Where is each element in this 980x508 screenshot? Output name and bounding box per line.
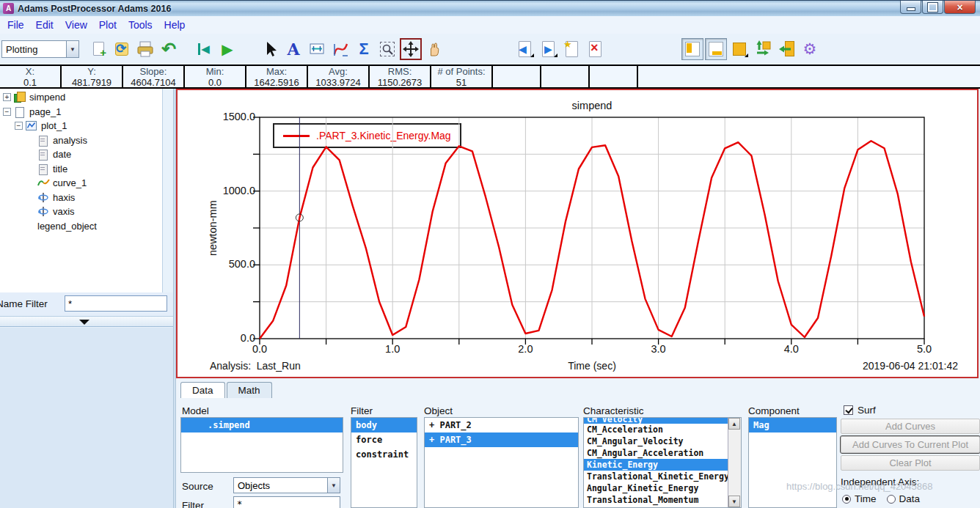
menu-edit[interactable]: Edit: [30, 18, 59, 32]
scroll-down-icon[interactable]: ▼: [728, 496, 740, 507]
statistics-sigma-icon[interactable]: Σ: [353, 38, 375, 60]
page-next-icon[interactable]: ▶: [538, 38, 560, 60]
list-item[interactable]: Mag: [749, 418, 836, 432]
radio-option-data[interactable]: Data: [887, 493, 921, 504]
radio-option-time[interactable]: Time: [842, 493, 877, 504]
collapse-icon[interactable]: −: [15, 122, 23, 130]
page-new-icon[interactable]: ★: [561, 38, 583, 60]
tree-item-curve_1[interactable]: curve_1: [0, 176, 163, 191]
stat-cell-slope: Slope:4604.7104: [123, 66, 185, 87]
tree-item-legend_object[interactable]: legend_object: [0, 219, 163, 234]
print-icon[interactable]: [134, 38, 156, 60]
menu-plot[interactable]: Plot: [93, 18, 122, 32]
source-dropdown[interactable]: Objects ▼: [233, 477, 340, 493]
collapse-icon[interactable]: −: [3, 108, 11, 116]
tree-item-label: curve_1: [53, 177, 87, 188]
plot-icon: [26, 120, 38, 131]
stat-value: 1033.9724: [308, 77, 368, 88]
expand-icon[interactable]: +: [3, 93, 11, 101]
toolbar-gap: [239, 49, 258, 50]
list-item[interactable]: Angular_Kinetic_Energy: [584, 482, 728, 494]
tree-scrollbar[interactable]: [162, 89, 173, 292]
surf-checkbox-row[interactable]: Surf: [844, 405, 876, 416]
list-item[interactable]: .simpend: [181, 418, 343, 432]
plot-limits-icon[interactable]: [306, 38, 328, 60]
add-curves-to-current-plot-button[interactable]: Add Curves To Current Plot: [841, 436, 980, 453]
radio-label: Time: [855, 493, 877, 504]
pan-hand-icon[interactable]: [423, 38, 445, 60]
clear-plot-button[interactable]: Clear Plot: [841, 455, 980, 471]
reload-icon[interactable]: ⟳: [111, 38, 133, 60]
menu-view[interactable]: View: [59, 18, 93, 32]
return-view-icon[interactable]: [775, 38, 797, 60]
radio-data[interactable]: [887, 495, 896, 504]
list-item[interactable]: Translational_Momentum: [584, 494, 728, 506]
mode-selector[interactable]: Plotting ▼: [1, 40, 79, 58]
page-delete-icon[interactable]: ×: [585, 38, 607, 60]
menu-tools[interactable]: Tools: [122, 18, 158, 32]
tree-item-label: plot_1: [41, 120, 67, 131]
select-cursor-icon[interactable]: [259, 38, 281, 60]
layout-full-icon[interactable]: [728, 38, 750, 60]
text-tool-icon[interactable]: A: [282, 38, 304, 60]
chevron-down-icon[interactable]: ▼: [327, 478, 340, 493]
list-item[interactable]: constraint: [351, 447, 417, 462]
layout-left-icon[interactable]: [681, 38, 703, 60]
page-prev-icon[interactable]: ◀: [514, 38, 536, 60]
chart-canvas[interactable]: [260, 117, 924, 339]
list-item[interactable]: body: [351, 418, 417, 432]
tree-item-plot_1[interactable]: −plot_1: [0, 119, 163, 133]
stat-label: # of Points:: [431, 66, 491, 77]
zoom-area-icon[interactable]: [376, 38, 398, 60]
surf-checkbox[interactable]: [844, 405, 853, 415]
tree-item-haxis[interactable]: haxis: [0, 191, 163, 205]
list-item[interactable]: + PART_3: [425, 432, 578, 447]
x-tick-label: 3.0: [640, 343, 677, 355]
scroll-up-icon[interactable]: ▲: [728, 418, 740, 430]
stat-cell-ofpoints: # of Points:51: [431, 66, 493, 87]
tab-math[interactable]: Math: [227, 382, 272, 398]
add-curves-button[interactable]: Add Curves: [841, 419, 980, 434]
tree-item-page_1[interactable]: −page_1: [0, 105, 163, 119]
tree-item-date[interactable]: date: [0, 147, 163, 162]
collapse-handle[interactable]: [0, 316, 173, 327]
name-filter-input[interactable]: [65, 295, 167, 312]
animation-start-icon[interactable]: ◀: [193, 38, 215, 60]
characteristic-scrollbar[interactable]: ▲ ▼: [728, 418, 741, 507]
layout-bottom-icon[interactable]: [705, 38, 727, 60]
settings-gear-icon[interactable]: ⚙: [799, 38, 821, 60]
window-titlebar[interactable]: A Adams PostProcessor Adams 2016 ×: [0, 0, 980, 16]
tree-item-vaxis[interactable]: vaxis: [0, 205, 163, 219]
filter-field-input[interactable]: [233, 496, 340, 508]
swap-view-icon[interactable]: [752, 38, 774, 60]
list-item[interactable]: CM_Velocity: [584, 418, 728, 424]
list-item[interactable]: Translational_Kinetic_Energy: [584, 471, 728, 482]
restore-button[interactable]: [922, 1, 943, 14]
list-item[interactable]: force: [351, 432, 417, 447]
list-item[interactable]: CM_Acceleration: [584, 424, 728, 435]
undo-icon[interactable]: ↶: [158, 38, 180, 60]
list-item[interactable]: Kinetic_Energy: [584, 459, 728, 471]
play-icon[interactable]: ▶: [216, 38, 238, 60]
dynamic-resize-icon[interactable]: [400, 38, 422, 60]
y-tick-label: 500.0: [198, 258, 255, 270]
independent-axis-radios: TimeData: [842, 493, 930, 504]
filter-listbox: bodyforceconstraint: [351, 417, 417, 508]
list-item[interactable]: CM_Angular_Velocity: [584, 435, 728, 447]
close-button[interactable]: ×: [944, 1, 976, 14]
curve-edit-icon[interactable]: [329, 38, 351, 60]
radio-label: Data: [899, 493, 921, 504]
tree-item-title[interactable]: title: [0, 162, 163, 177]
minimize-button[interactable]: [900, 1, 921, 14]
menu-file[interactable]: File: [1, 18, 30, 32]
radio-time[interactable]: [842, 495, 851, 504]
list-item[interactable]: CM_Angular_Acceleration: [584, 447, 728, 459]
chevron-down-icon[interactable]: ▼: [66, 41, 78, 57]
tree-item-simpend[interactable]: +simpend: [0, 90, 163, 105]
characteristic-listbox: CM_VelocityCM_AccelerationCM_Angular_Vel…: [583, 417, 742, 508]
list-item[interactable]: + PART_2: [425, 418, 578, 432]
tree-item-analysis[interactable]: analysis: [0, 133, 163, 148]
tab-data[interactable]: Data: [180, 382, 225, 398]
menu-help[interactable]: Help: [158, 18, 191, 32]
new-file-icon[interactable]: +: [87, 38, 109, 60]
